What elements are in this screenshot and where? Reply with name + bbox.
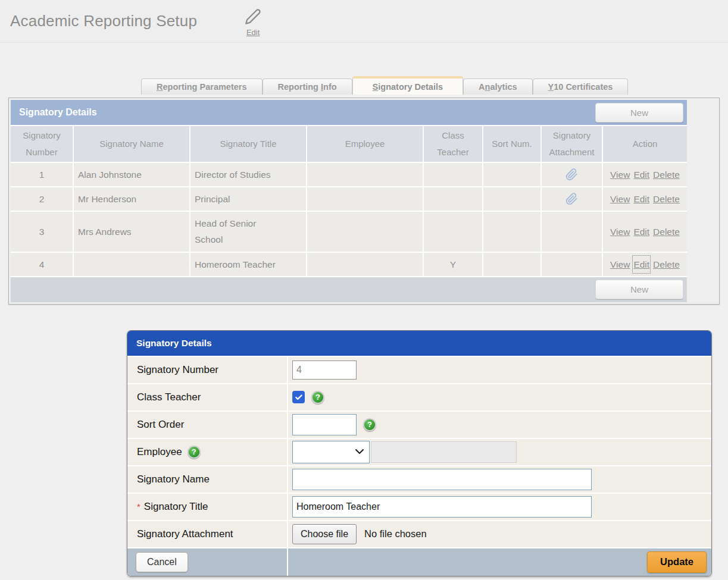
- col-header-signatory-name: Signatory Name: [74, 126, 189, 162]
- view-link[interactable]: View: [610, 256, 630, 272]
- col-header-action: Action: [603, 126, 687, 162]
- field-label: Sort Order: [127, 412, 287, 438]
- cell-signatory-number: 4: [11, 253, 73, 276]
- tab-y10-certificates[interactable]: Y10 Certificates: [533, 79, 629, 95]
- col-header-signatory-attachment: Signatory Attachment: [542, 126, 602, 162]
- col-header-sort-num: Sort Num.: [483, 126, 540, 162]
- table-footer-bar: New: [11, 277, 687, 302]
- cell-attachment: [542, 253, 602, 276]
- page-title: Academic Reporting Setup: [10, 12, 197, 30]
- employee-select[interactable]: [292, 441, 370, 463]
- new-button-bottom[interactable]: New: [595, 280, 683, 299]
- cell-signatory-number: 3: [11, 212, 73, 251]
- paperclip-icon[interactable]: [565, 168, 578, 181]
- edit-link[interactable]: Edit: [633, 167, 649, 183]
- cell-actions: View Edit Delete: [603, 212, 687, 251]
- required-asterisk: *: [137, 501, 140, 512]
- cell-attachment: [542, 163, 602, 186]
- col-header-employee: Employee: [307, 126, 423, 162]
- signatory-table: Signatory Number Signatory Name Signator…: [11, 126, 687, 276]
- cell-attachment: [542, 212, 602, 251]
- new-button-top[interactable]: New: [595, 103, 683, 123]
- form-row-signatory-name: Signatory Name: [127, 466, 711, 493]
- cell-actions: View Edit Delete: [603, 163, 687, 186]
- sort-order-input[interactable]: [292, 414, 357, 435]
- signatory-details-panel: Signatory Details New Signatory Number S…: [8, 98, 720, 305]
- tab-bar: Reporting Parameters Reporting Info Sign…: [141, 76, 728, 95]
- table-title-bar: Signatory Details New: [11, 100, 687, 125]
- help-icon[interactable]: ?: [363, 418, 376, 431]
- field-label: Signatory Number: [127, 357, 287, 383]
- cell-signatory-name: Mr Henderson: [74, 187, 189, 211]
- class-teacher-checkbox[interactable]: [292, 391, 305, 403]
- cell-employee: [307, 212, 423, 251]
- delete-link[interactable]: Delete: [653, 256, 680, 272]
- field-label: Employee ?: [127, 439, 287, 465]
- update-button[interactable]: Update: [647, 551, 707, 573]
- signatory-details-form: Signatory Details Signatory Number Class…: [127, 330, 712, 576]
- tab-signatory-details[interactable]: Signatory Details: [352, 76, 463, 95]
- form-row-signatory-title: * Signatory Title: [127, 494, 711, 520]
- cell-class-teacher: [424, 163, 482, 186]
- form-row-sort-order: Sort Order ?: [127, 412, 711, 438]
- view-link[interactable]: View: [610, 224, 630, 240]
- cell-signatory-name: Alan Johnstone: [74, 163, 189, 186]
- cell-signatory-title: Homeroom Teacher: [190, 253, 306, 276]
- field-label: Class Teacher: [127, 384, 287, 410]
- table-title: Signatory Details: [19, 107, 97, 118]
- page-header: Academic Reporting Setup Edit: [0, 0, 728, 43]
- cancel-button[interactable]: Cancel: [136, 552, 188, 572]
- tab-reporting-info[interactable]: Reporting Info: [263, 79, 352, 95]
- cell-actions: View Edit Delete: [603, 253, 687, 276]
- form-title-bar: Signatory Details: [127, 331, 711, 356]
- field-label: Signatory Attachment: [127, 521, 287, 547]
- cell-signatory-name: [74, 253, 189, 276]
- cell-sort-num: [483, 212, 540, 251]
- form-title: Signatory Details: [136, 338, 212, 349]
- paperclip-icon[interactable]: [565, 193, 578, 205]
- help-icon[interactable]: ?: [311, 391, 324, 404]
- cell-employee: [307, 253, 423, 276]
- cell-signatory-title: Head of Senior School: [190, 212, 306, 251]
- delete-link[interactable]: Delete: [653, 191, 680, 207]
- cell-employee: [307, 187, 423, 211]
- edit-link[interactable]: Edit: [633, 191, 649, 207]
- signatory-number-input[interactable]: [292, 360, 357, 380]
- view-link[interactable]: View: [610, 167, 630, 183]
- choose-file-button[interactable]: Choose file: [292, 524, 357, 544]
- signatory-title-input[interactable]: [292, 496, 592, 518]
- col-header-signatory-title: Signatory Title: [190, 126, 306, 162]
- cell-signatory-number: 2: [11, 187, 73, 211]
- cell-sort-num: [483, 163, 540, 186]
- cell-actions: View Edit Delete: [603, 187, 687, 211]
- cell-signatory-title: Principal: [190, 187, 306, 211]
- cell-attachment: [542, 187, 602, 211]
- field-label: Signatory Name: [127, 466, 287, 493]
- cell-signatory-number: 1: [11, 163, 73, 186]
- chevron-down-icon: [355, 449, 364, 454]
- edit-link-focused[interactable]: Edit: [633, 256, 649, 272]
- form-footer: Cancel Update: [127, 548, 711, 576]
- cell-sort-num: [483, 253, 540, 276]
- cell-class-teacher: [424, 187, 482, 211]
- edit-link[interactable]: Edit: [633, 224, 649, 240]
- form-row-class-teacher: Class Teacher ?: [127, 384, 711, 410]
- col-header-signatory-number: Signatory Number: [11, 126, 73, 162]
- file-status-text: No file chosen: [364, 528, 427, 540]
- edit-link-label[interactable]: Edit: [246, 28, 260, 37]
- view-link[interactable]: View: [610, 191, 630, 207]
- signatory-name-input[interactable]: [292, 469, 592, 490]
- delete-link[interactable]: Delete: [653, 224, 680, 240]
- delete-link[interactable]: Delete: [653, 167, 680, 183]
- cell-signatory-title: Director of Studies: [190, 163, 306, 186]
- tab-reporting-parameters[interactable]: Reporting Parameters: [141, 79, 263, 95]
- form-row-signatory-attachment: Signatory Attachment Choose file No file…: [127, 521, 711, 547]
- col-header-class-teacher: Class Teacher: [424, 126, 482, 162]
- cell-class-teacher: Y: [424, 253, 482, 276]
- help-icon[interactable]: ?: [188, 446, 201, 459]
- pencil-edit-icon: [245, 8, 261, 27]
- tab-analytics[interactable]: Analytics: [463, 79, 533, 95]
- employee-name-display: [371, 441, 517, 463]
- edit-control[interactable]: Edit: [245, 8, 261, 37]
- form-row-signatory-number: Signatory Number: [127, 357, 711, 383]
